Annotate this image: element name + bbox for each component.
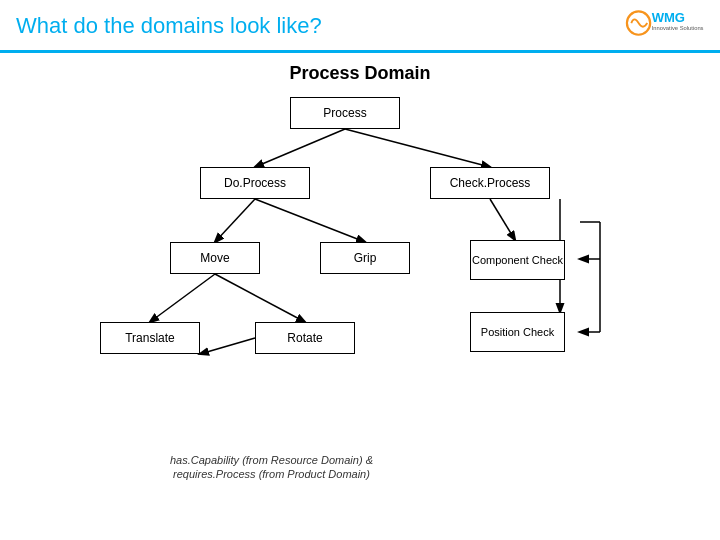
svg-line-7 (490, 199, 515, 240)
translate-box: Translate (100, 322, 200, 354)
section-title: Process Domain (289, 63, 430, 84)
process-diagram: Process Do.Process Check.Process Move Gr… (70, 92, 650, 482)
wmg-logo: WMG Innovative Solutions (624, 8, 704, 44)
svg-text:Innovative Solutions: Innovative Solutions (652, 25, 704, 31)
svg-line-4 (345, 129, 490, 167)
diagram-caption: has.Capability (from Resource Domain) & … (170, 452, 373, 480)
svg-line-10 (215, 274, 305, 322)
svg-text:WMG: WMG (652, 10, 685, 25)
svg-line-9 (150, 274, 215, 322)
content-area: Process Domain (0, 53, 720, 492)
rotate-box: Rotate (255, 322, 355, 354)
move-box: Move (170, 242, 260, 274)
component-check-box: Component Check (470, 240, 565, 280)
page-title: What do the domains look like? (16, 13, 322, 39)
process-box: Process (290, 97, 400, 129)
svg-line-3 (255, 129, 345, 167)
do-process-box: Do.Process (200, 167, 310, 199)
diagram-arrows (70, 92, 650, 482)
svg-line-6 (255, 199, 365, 242)
svg-line-15 (200, 338, 255, 354)
svg-line-5 (215, 199, 255, 242)
header: What do the domains look like? WMG Innov… (0, 0, 720, 53)
check-process-box: Check.Process (430, 167, 550, 199)
position-check-box: Position Check (470, 312, 565, 352)
grip-box: Grip (320, 242, 410, 274)
